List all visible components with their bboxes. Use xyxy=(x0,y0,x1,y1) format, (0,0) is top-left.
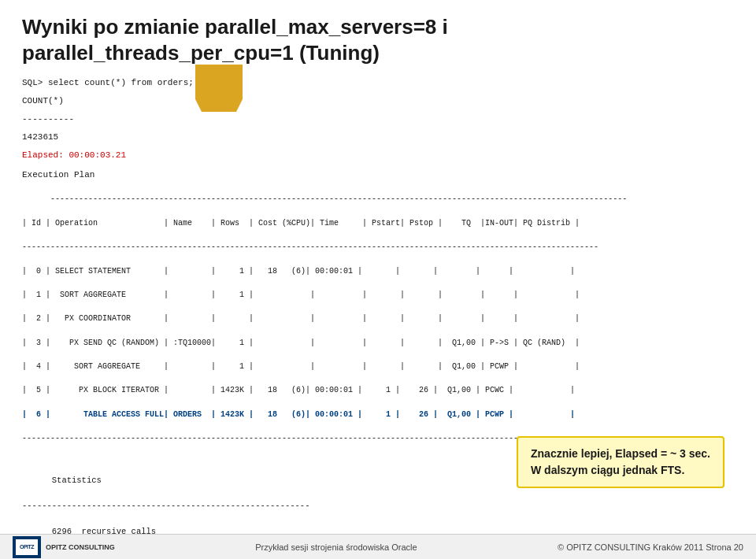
stats-sep: ----------------------------------------… xyxy=(22,501,309,510)
page-container: Wyniki po zmianie parallel_max_servers=8… xyxy=(0,0,756,559)
plan-header: | Id | Operation | Name | Rows | Cost (%… xyxy=(22,219,580,228)
plan-sep2: ----------------------------------------… xyxy=(22,242,598,251)
logo-text: OPITZ xyxy=(16,539,38,555)
footer-center-text: Przykład sesji strojenia środowiska Orac… xyxy=(255,542,417,552)
sql-count-value: 1423615 xyxy=(22,132,58,142)
exec-plan-block: ----------------------------------------… xyxy=(22,181,734,456)
sql-block: SQL> select count(*) from orders; xyxy=(22,76,734,90)
sql-count-label: COUNT(*) xyxy=(22,96,64,106)
plan-row-3: | 3 | PX SEND QC (RANDOM) | :TQ10000| 1 … xyxy=(22,339,580,347)
plan-row-5: | 5 | PX BLOCK ITERATOR | | 1423K | 18 (… xyxy=(22,386,575,394)
footer-logo: OPITZ OPITZ CONSULTING xyxy=(13,536,115,558)
plan-row-1: | 1 | SORT AGGREGATE | | 1 | | | | | | |… xyxy=(22,291,580,299)
sql-elapsed: Elapsed: 00:00:03.21 xyxy=(22,149,734,162)
sql-result-label: COUNT(*) xyxy=(22,94,734,108)
exec-plan-label: Execution Plan xyxy=(22,170,734,180)
arrow-icon xyxy=(195,65,243,112)
sql-result-value: 1423615 xyxy=(22,131,734,144)
sql-separator: ---------- xyxy=(22,113,734,126)
plan-row-6: | 6 | TABLE ACCESS FULL| ORDERS | 1423K … xyxy=(22,410,575,419)
plan-sep3: ----------------------------------------… xyxy=(22,434,598,442)
company-name: OPITZ CONSULTING xyxy=(46,543,115,551)
callout-line2: W dalszym ciągu jednak FTS. xyxy=(531,464,684,476)
plan-row-4: | 4 | SORT AGGREGATE | | 1 | | | | | Q1,… xyxy=(22,362,580,371)
plan-row-0: | 0 | SELECT STATEMENT | | 1 | 18 (6)| 0… xyxy=(22,267,575,276)
title-line1: Wyniki po zmianie parallel_max_servers=8… xyxy=(22,15,448,39)
slide-title: Wyniki po zmianie parallel_max_servers=8… xyxy=(22,14,734,65)
logo-box: OPITZ xyxy=(13,536,41,558)
footer-bar: OPITZ OPITZ CONSULTING Przykład sesji st… xyxy=(0,534,756,559)
footer-right-text: © OPITZ CONSULTING Kraków 2011 Strona 20 xyxy=(558,542,743,552)
plan-row-2: | 2 | PX COORDINATOR | | | | | | | | | | xyxy=(22,314,580,323)
plan-separator-top: ----------------------------------------… xyxy=(50,194,627,203)
exec-plan-title: Execution Plan xyxy=(22,170,94,180)
title-line2: parallel_threads_per_cpu=1 (Tuning) xyxy=(22,41,380,65)
stats-label: Statistics xyxy=(52,476,102,485)
elapsed-label: Elapsed: xyxy=(22,150,64,160)
callout-line1: Znacznie lepiej, Elapsed = ~ 3 sec. xyxy=(531,447,710,460)
elapsed-value: 00:00:03.21 xyxy=(69,150,126,160)
sql-command: SQL> select count(*) from orders; xyxy=(22,78,194,87)
callout-box: Znacznie lepiej, Elapsed = ~ 3 sec. W da… xyxy=(517,436,724,488)
sql-sep: ---------- xyxy=(22,114,74,124)
